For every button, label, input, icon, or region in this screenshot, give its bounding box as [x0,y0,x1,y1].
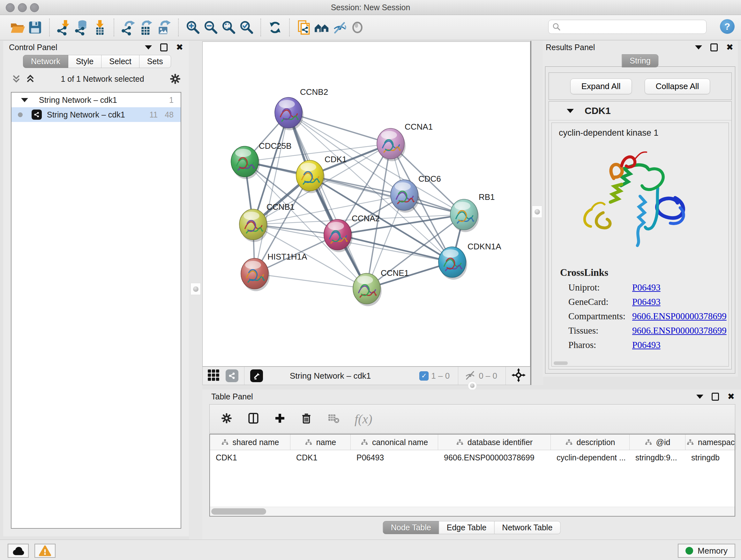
hidden-items-eye-icon[interactable] [464,369,476,382]
table-cell[interactable]: P06493 [351,453,438,462]
memory-button[interactable]: Memory [678,544,735,558]
zoom-out-icon[interactable] [202,18,219,37]
network-node-CCNB2[interactable]: CCNB2 [275,87,328,130]
right-splitter-handle[interactable] [532,206,542,218]
column-header-name[interactable]: name [290,435,351,450]
export-network-icon[interactable] [119,18,137,37]
network-collection-row[interactable]: String Network – cdk1 1 [11,92,181,107]
undock-panel-icon[interactable] [711,44,718,51]
collapse-all-chevron-icon[interactable] [11,73,22,84]
search-input[interactable] [563,22,706,32]
table-cell[interactable]: CDK1 [290,453,351,462]
table-cell[interactable]: cyclin-dependent ... [551,453,630,462]
undock-panel-icon[interactable] [160,44,167,51]
tab-network-table[interactable]: Network Table [494,521,560,534]
expand-all-chevron-icon[interactable] [25,73,36,84]
export-table-icon[interactable] [137,18,155,37]
column-header-database-identifier[interactable]: database identifier [438,435,551,450]
tab-edge-table[interactable]: Edge Table [439,521,495,534]
show-columns-icon[interactable] [247,412,259,426]
float-panel-icon[interactable] [696,395,703,399]
export-image-icon[interactable] [155,18,173,37]
zoom-in-icon[interactable] [184,18,202,37]
table-horizontal-scrollbar[interactable] [210,507,735,516]
import-network-icon[interactable] [55,18,73,37]
undock-panel-icon[interactable] [712,393,719,401]
zoom-fit-icon[interactable] [219,18,238,37]
network-share-icon[interactable] [226,369,239,382]
refresh-icon[interactable] [266,18,284,37]
close-panel-icon[interactable]: ✖ [727,393,735,400]
left-splitter[interactable] [189,41,202,540]
delete-column-trash-icon[interactable] [300,412,313,426]
collection-expand-icon[interactable] [21,98,28,102]
results-scrollbar-thumb[interactable] [554,361,568,365]
tab-sets[interactable]: Sets [139,55,171,68]
help-button[interactable]: ? [720,19,735,34]
network-node-CCNB1[interactable]: CCNB1 [239,202,294,242]
fit-content-crosshair-icon[interactable] [512,368,526,383]
zoom-selected-icon[interactable] [238,18,255,37]
node-table[interactable]: shared namenamecanonical namedatabase id… [209,434,735,516]
network-row[interactable]: String Network – cdk1 11 48 [11,107,181,122]
hide-panels-eye-icon[interactable] [331,18,348,37]
tab-style[interactable]: Style [68,55,102,68]
network-node-CCNE1[interactable]: CCNE1 [353,268,409,306]
network-node-RB1[interactable]: RB1 [450,192,495,232]
crosslink-link[interactable]: 9606.ENSP00000378699 [632,325,729,336]
expand-all-button[interactable]: Expand All [570,78,632,94]
table-cell[interactable]: stringdb:9... [630,453,685,462]
tab-node-table[interactable]: Node Table [383,521,439,534]
close-panel-icon[interactable]: ✖ [726,44,733,51]
float-panel-icon[interactable] [145,45,152,50]
column-header-canonical-name[interactable]: canonical name [351,435,438,450]
selected-items-checkbox-icon[interactable]: ✓ [419,371,428,381]
section-collapse-icon[interactable] [567,109,574,113]
crosslink-link[interactable]: 9606.ENSP00000378699 [632,311,729,321]
network-node-CDC25B[interactable]: CDC25B [231,141,292,179]
warnings-button[interactable] [35,544,56,558]
collapse-all-button[interactable]: Collapse All [645,78,711,94]
import-network-from-database-icon[interactable] [73,18,91,37]
column-header-shared-name[interactable]: shared name [210,435,290,450]
table-cell[interactable]: CDK1 [210,453,290,462]
crosslink-link[interactable]: P06493 [632,297,729,307]
network-canvas[interactable]: CCNB2CCNA1CDC25BCDK1CDC6RB1CCNB1CCNA2CDK… [202,42,530,367]
import-table-icon[interactable] [91,18,109,37]
network-options-gear-icon[interactable] [169,73,181,85]
horizontal-splitter-handle[interactable] [468,381,477,390]
column-header--id[interactable]: @id [630,435,685,450]
save-session-icon[interactable] [26,18,44,37]
section-header[interactable]: CDK1 [549,102,731,120]
tab-select[interactable]: Select [102,55,139,68]
table-row[interactable]: CDK1CDK1P064939606.ENSP00000378699cyclin… [210,450,735,465]
network-node-CCNA1[interactable]: CCNA1 [377,122,433,161]
selected-counts: 1 – 0 [431,371,450,381]
network-node-HIST1H1A[interactable]: HIST1H1A [241,252,307,291]
add-column-icon[interactable] [274,413,286,425]
crosslink-link[interactable]: P06493 [632,282,729,293]
tab-network[interactable]: Network [23,55,68,68]
left-splitter-handle[interactable] [191,283,201,295]
cloud-status-button[interactable] [8,544,29,558]
table-cell[interactable]: 9606.ENSP00000378699 [438,453,551,462]
results-tab-string[interactable]: String [622,54,658,67]
scrollbar-thumb[interactable] [211,508,266,515]
eye-icon[interactable] [348,18,366,37]
table-options-gear-icon[interactable] [220,412,232,426]
delete-table-icon[interactable] [327,412,340,426]
network-node-CDKN1A[interactable]: CDKN1A [439,242,501,280]
share-document-icon[interactable] [295,18,313,37]
column-header-description[interactable]: description [551,435,630,450]
birds-eye-view-icon[interactable] [207,369,220,383]
search-field[interactable] [548,20,706,34]
float-panel-icon[interactable] [695,45,702,50]
table-cell[interactable]: stringdb [685,453,736,462]
open-in-browser-icon[interactable] [250,369,263,382]
close-panel-icon[interactable]: ✖ [176,44,183,51]
open-session-icon[interactable] [8,18,26,37]
home-icon[interactable] [313,18,331,37]
crosslink-link[interactable]: P06493 [632,340,729,350]
horizontal-splitter[interactable] [202,385,741,389]
column-header-namespac[interactable]: namespac [685,435,736,450]
